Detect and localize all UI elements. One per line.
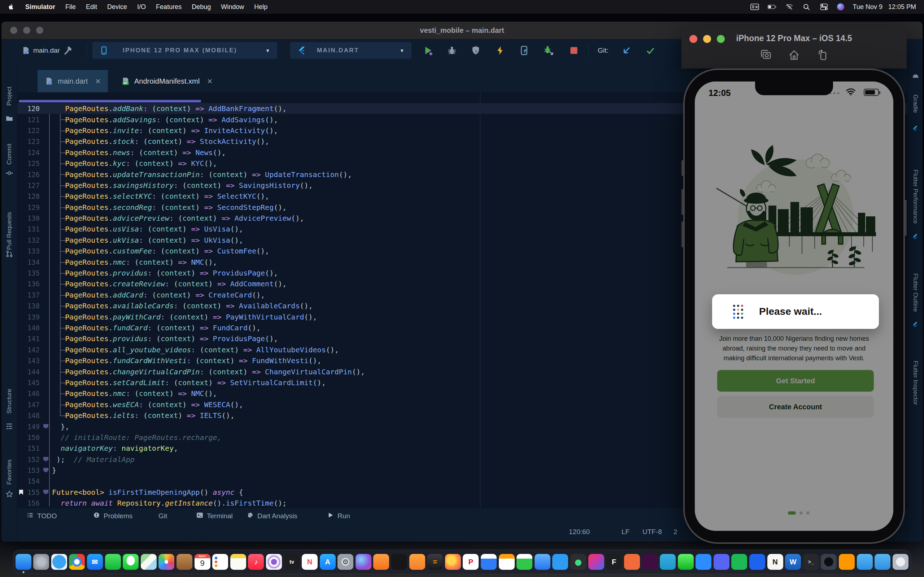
status-segment-1[interactable]: LF: [622, 528, 630, 536]
close-window-button[interactable]: [10, 27, 17, 34]
dock-icon-app-store[interactable]: A: [320, 554, 336, 570]
control-center-icon[interactable]: [820, 3, 828, 10]
stop-button[interactable]: [568, 45, 580, 56]
sidebar-item-flutter-inspector[interactable]: Flutter Inspector: [908, 361, 922, 405]
dock-icon-sublime[interactable]: [839, 554, 855, 570]
dock-icon-intellij[interactable]: [588, 554, 604, 570]
dock-icon-apple-tv[interactable]: tv: [284, 554, 300, 570]
dock-icon-figma[interactable]: F: [606, 554, 622, 570]
dock-icon-android-studio[interactable]: [570, 554, 586, 570]
profile-button[interactable]: [470, 45, 481, 56]
dock-icon-pages[interactable]: [499, 554, 515, 570]
structure-icon[interactable]: [6, 423, 13, 430]
dock-icon-terminal-app[interactable]: >_: [803, 554, 819, 570]
dock-icon-spotify[interactable]: [731, 554, 747, 570]
menu-item-debug[interactable]: Debug: [187, 3, 216, 10]
menu-item-edit[interactable]: Edit: [81, 3, 102, 10]
toolwindow-run[interactable]: Run: [327, 512, 350, 521]
close-icon[interactable]: ✕: [95, 77, 101, 85]
dock-icon-documents-folder[interactable]: [874, 554, 890, 570]
dock-icon-system-preferences[interactable]: ⚙: [338, 554, 353, 570]
zoom-window-button[interactable]: [36, 27, 43, 34]
dock-icon-downloads-folder[interactable]: [857, 554, 873, 570]
toolwindow-terminal[interactable]: Terminal: [196, 512, 233, 521]
dock-icon-podcasts[interactable]: [266, 554, 282, 570]
dock-icon-trash[interactable]: [893, 554, 908, 570]
close-icon[interactable]: ✕: [207, 77, 213, 85]
hot-reload-button[interactable]: [494, 45, 506, 56]
toolwindow-todo[interactable]: TODO: [27, 512, 57, 521]
iphone-screen[interactable]: 12:05: [695, 82, 893, 531]
flutter-icon[interactable]: [912, 126, 919, 133]
apple-logo-icon[interactable]: [8, 3, 15, 11]
flutter-icon[interactable]: [912, 322, 919, 329]
dock-icon-finder[interactable]: [16, 554, 31, 570]
dock-icon-numbers[interactable]: [517, 554, 532, 570]
minimize-window-button[interactable]: [23, 27, 30, 34]
siri-icon[interactable]: [837, 3, 844, 10]
toolwindow-problems[interactable]: Problems: [93, 512, 132, 521]
dock-icon-contacts[interactable]: [176, 554, 192, 570]
toolwindow-dart-analysis[interactable]: Dart Analysis: [247, 512, 297, 521]
dock-icon-firefox[interactable]: [445, 554, 461, 570]
dock-icon-docker[interactable]: [749, 554, 765, 570]
attach-debugger-button[interactable]: [543, 45, 554, 56]
dock-icon-postman[interactable]: [624, 554, 640, 570]
gradle-icon[interactable]: [912, 72, 919, 79]
dock-icon-calculator[interactable]: =: [427, 554, 443, 570]
commit-icon[interactable]: [6, 169, 13, 177]
pull-request-icon[interactable]: [6, 250, 13, 258]
menu-item-simulator[interactable]: Simulator: [20, 3, 60, 10]
status-segment-2[interactable]: UTF-8: [643, 528, 662, 536]
sidebar-item-structure[interactable]: Structure: [2, 389, 17, 414]
menu-item-window[interactable]: Window: [216, 3, 249, 10]
dock-icon-zoom[interactable]: [696, 554, 711, 570]
build-hammer-icon[interactable]: [62, 45, 74, 56]
nav-breadcrumb-file[interactable]: main.dar: [33, 47, 60, 55]
dock-icon-reminders[interactable]: [212, 554, 228, 570]
dock-icon-launchpad[interactable]: [33, 554, 49, 570]
tab-main-dart[interactable]: main.dart✕: [37, 70, 108, 92]
hot-restart-button[interactable]: [518, 45, 530, 56]
git-commit-check-button[interactable]: [645, 45, 656, 56]
simulator-titlebar[interactable]: iPhone 12 Pro Max – iOS 14.5: [682, 27, 907, 69]
dock-icon-safari[interactable]: [51, 554, 67, 570]
menu-item-features[interactable]: Features: [151, 3, 187, 10]
dock-icon-home-app[interactable]: [409, 554, 425, 570]
dock-icon-slack[interactable]: [642, 554, 657, 570]
home-icon[interactable]: [788, 49, 800, 61]
dock-icon-music[interactable]: ♪: [248, 554, 264, 570]
wifi-off-icon[interactable]: [785, 3, 794, 10]
sidebar-item-project[interactable]: Project: [2, 87, 17, 106]
dock-icon-stocks[interactable]: [391, 554, 407, 570]
device-selector-dropdown[interactable]: IPHONE 12 PRO MAX (MOBILE) ▼: [92, 42, 277, 59]
menu-item-device[interactable]: Device: [102, 3, 132, 10]
run-button[interactable]: [422, 45, 434, 56]
dock-icon-facetime[interactable]: [105, 554, 121, 570]
dock-icon-notes[interactable]: [230, 554, 246, 570]
dock-icon-pinterest[interactable]: P: [463, 554, 478, 570]
battery-icon[interactable]: [768, 3, 776, 10]
dock-icon-vs-code[interactable]: [552, 554, 568, 570]
star-icon[interactable]: [6, 490, 13, 498]
keyboard-switcher-icon[interactable]: ⌘: [750, 3, 759, 10]
menu-clock[interactable]: Tue Nov 9 12:05 PM: [853, 3, 916, 11]
dock-icon-chrome[interactable]: [69, 554, 85, 570]
dock-icon-whatsapp[interactable]: [678, 554, 694, 570]
sidebar-item-gradle[interactable]: Gradle: [908, 95, 922, 113]
sidebar-item-flutter-performance[interactable]: Flutter Performance: [908, 169, 922, 224]
dock-icon-word[interactable]: W: [785, 554, 801, 570]
dock-icon-photos[interactable]: [158, 554, 174, 570]
dock-icon-discord[interactable]: [714, 554, 729, 570]
menu-item-help[interactable]: Help: [249, 3, 273, 10]
dock-icon-mail[interactable]: ✉: [87, 554, 103, 570]
dock-icon-xcode[interactable]: [535, 554, 551, 570]
sidebar-item-favorites[interactable]: Favorites: [2, 459, 17, 485]
spotlight-search-icon[interactable]: [802, 3, 811, 10]
dock-icon-maps[interactable]: [141, 554, 157, 570]
dock-icon-simulator-app[interactable]: [821, 554, 837, 570]
run-config-dropdown[interactable]: MAIN.DART ▼: [290, 42, 412, 59]
folder-icon[interactable]: [6, 115, 13, 122]
git-update-button[interactable]: [621, 45, 632, 56]
dock-icon-news[interactable]: N: [302, 554, 318, 570]
